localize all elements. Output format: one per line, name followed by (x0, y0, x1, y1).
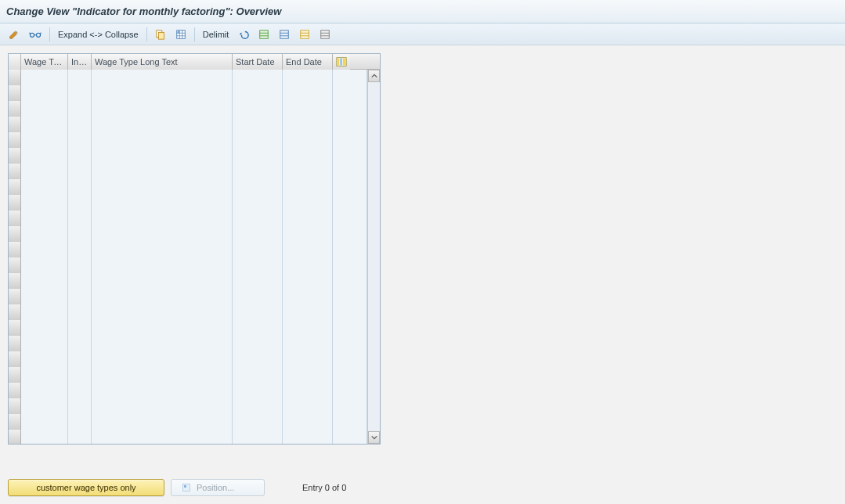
cell-infotype[interactable] (68, 289, 92, 304)
cell-wage-type[interactable] (21, 179, 68, 195)
cell-wage-type[interactable] (21, 289, 68, 304)
table-row[interactable] (9, 85, 367, 101)
cell-infotype[interactable] (68, 148, 92, 164)
row-selector[interactable] (9, 273, 21, 289)
cell-end-date[interactable] (283, 85, 333, 101)
row-selector[interactable] (9, 195, 21, 211)
cell-wage-type[interactable] (21, 164, 68, 179)
print-button[interactable] (275, 27, 294, 42)
cell-wage-type[interactable] (21, 414, 68, 430)
cell-start-date[interactable] (233, 179, 283, 195)
cell-infotype[interactable] (68, 195, 92, 211)
cell-wage-type[interactable] (21, 367, 68, 383)
cell-wage-type[interactable] (21, 85, 68, 101)
scroll-down-button[interactable] (368, 431, 380, 444)
table-row[interactable] (9, 101, 367, 117)
column-select-all[interactable] (9, 54, 21, 70)
cell-end-date[interactable] (283, 101, 333, 117)
cell-start-date[interactable] (233, 304, 283, 320)
cell-wage-type-long-text[interactable] (92, 320, 233, 336)
cell-infotype[interactable] (68, 398, 92, 414)
cell-wage-type-long-text[interactable] (92, 242, 233, 257)
table-row[interactable] (9, 179, 367, 195)
cell-start-date[interactable] (233, 85, 283, 101)
table-row[interactable] (9, 195, 367, 211)
column-wage-type[interactable]: Wage Ty... (21, 54, 68, 70)
table-row[interactable] (9, 383, 367, 398)
row-selector[interactable] (9, 132, 21, 148)
cell-start-date[interactable] (233, 195, 283, 211)
cell-start-date[interactable] (233, 289, 283, 304)
cell-infotype[interactable] (68, 242, 92, 257)
table-row[interactable] (9, 351, 367, 367)
cell-end-date[interactable] (283, 211, 333, 226)
cell-wage-type-long-text[interactable] (92, 148, 233, 164)
expand-collapse-button[interactable]: Expand <-> Collapse (54, 27, 143, 42)
cell-infotype[interactable] (68, 320, 92, 336)
cell-start-date[interactable] (233, 367, 283, 383)
row-selector[interactable] (9, 101, 21, 117)
row-selector[interactable] (9, 85, 21, 101)
cell-infotype[interactable] (68, 304, 92, 320)
cell-infotype[interactable] (68, 85, 92, 101)
row-selector[interactable] (9, 320, 21, 336)
table-row[interactable] (9, 164, 367, 179)
row-selector[interactable] (9, 289, 21, 304)
cell-wage-type[interactable] (21, 242, 68, 257)
cell-infotype[interactable] (68, 414, 92, 430)
table-row[interactable] (9, 336, 367, 351)
cell-wage-type[interactable] (21, 336, 68, 351)
table-row[interactable] (9, 367, 367, 383)
glasses-button[interactable] (25, 27, 45, 42)
cell-wage-type-long-text[interactable] (92, 414, 233, 430)
row-selector[interactable] (9, 164, 21, 179)
cell-start-date[interactable] (233, 132, 283, 148)
cell-wage-type-long-text[interactable] (92, 85, 233, 101)
cell-wage-type-long-text[interactable] (92, 179, 233, 195)
cell-end-date[interactable] (283, 304, 333, 320)
cell-infotype[interactable] (68, 164, 92, 179)
table-row[interactable] (9, 414, 367, 430)
scroll-track[interactable] (368, 82, 380, 431)
cell-wage-type-long-text[interactable] (92, 117, 233, 132)
customer-wage-types-button[interactable]: customer wage types only (8, 479, 164, 496)
cell-wage-type-long-text[interactable] (92, 398, 233, 414)
table-row[interactable] (9, 398, 367, 414)
cell-wage-type[interactable] (21, 257, 68, 273)
cell-infotype[interactable] (68, 336, 92, 351)
cell-end-date[interactable] (283, 383, 333, 398)
row-selector[interactable] (9, 430, 21, 444)
cell-wage-type-long-text[interactable] (92, 132, 233, 148)
cell-wage-type[interactable] (21, 226, 68, 242)
cell-start-date[interactable] (233, 273, 283, 289)
cell-start-date[interactable] (233, 226, 283, 242)
cell-wage-type-long-text[interactable] (92, 226, 233, 242)
cell-end-date[interactable] (283, 195, 333, 211)
cell-end-date[interactable] (283, 273, 333, 289)
cell-end-date[interactable] (283, 132, 333, 148)
cell-end-date[interactable] (283, 351, 333, 367)
cell-start-date[interactable] (233, 70, 283, 85)
cell-start-date[interactable] (233, 351, 283, 367)
cut-button[interactable] (255, 27, 273, 42)
cell-end-date[interactable] (283, 320, 333, 336)
cell-start-date[interactable] (233, 414, 283, 430)
cell-wage-type-long-text[interactable] (92, 101, 233, 117)
vertical-scrollbar[interactable] (367, 70, 380, 444)
cell-wage-type-long-text[interactable] (92, 367, 233, 383)
cell-wage-type[interactable] (21, 148, 68, 164)
column-start-date[interactable]: Start Date (233, 54, 283, 70)
cell-start-date[interactable] (233, 336, 283, 351)
cell-wage-type[interactable] (21, 101, 68, 117)
cell-end-date[interactable] (283, 367, 333, 383)
cell-infotype[interactable] (68, 257, 92, 273)
cell-infotype[interactable] (68, 273, 92, 289)
cell-infotype[interactable] (68, 179, 92, 195)
select-all-button[interactable] (172, 27, 190, 42)
column-infotype[interactable]: Inf... (68, 54, 92, 70)
cell-end-date[interactable] (283, 117, 333, 132)
table-row[interactable] (9, 117, 367, 132)
cell-wage-type[interactable] (21, 117, 68, 132)
cell-wage-type-long-text[interactable] (92, 351, 233, 367)
cell-start-date[interactable] (233, 148, 283, 164)
